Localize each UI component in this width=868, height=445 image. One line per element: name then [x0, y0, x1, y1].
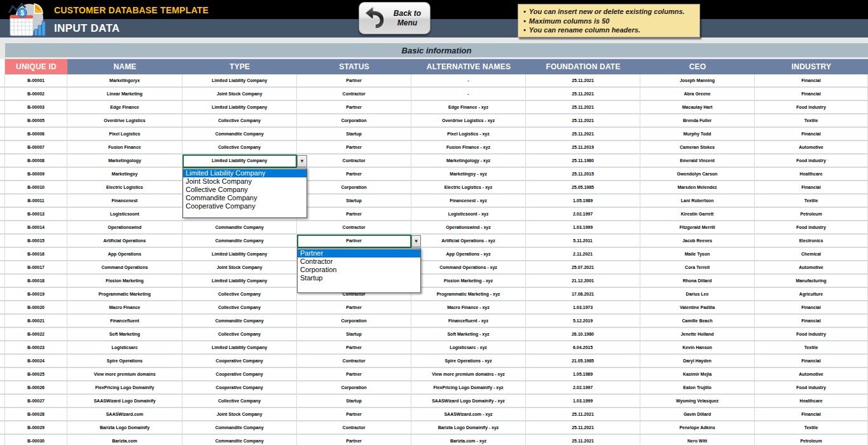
- cell-foundation_date[interactable]: 6.04.2015: [526, 341, 640, 355]
- cell-type[interactable]: Collective Company: [183, 141, 297, 154]
- cell-alternative_names[interactable]: Marketingology - xyz: [411, 154, 526, 168]
- cell-status[interactable]: Partner: [297, 341, 411, 355]
- cell-name[interactable]: Barizta.com: [67, 435, 183, 445]
- cell-foundation_date[interactable]: 25.11.2015: [526, 168, 640, 181]
- cell-foundation_date[interactable]: 25.07.2021: [526, 261, 640, 275]
- cell-status[interactable]: Corporation: [297, 315, 411, 328]
- cell-alternative_names[interactable]: Marketingsy - xyz: [411, 168, 526, 181]
- cell-foundation_date[interactable]: 2.02.1997: [526, 208, 640, 221]
- cell-status[interactable]: Partner: [297, 368, 411, 381]
- cell-alternative_names[interactable]: Electric Logistics - xyz: [411, 181, 526, 195]
- cell-status[interactable]: Partner: [297, 208, 411, 221]
- type-dropdown-arrow-button[interactable]: ▼: [297, 155, 307, 167]
- cell-ceo[interactable]: Daryl Hayden: [640, 355, 755, 368]
- cell-unique_id[interactable]: B-00030: [5, 435, 67, 445]
- cell-status[interactable]: Partner: [297, 408, 411, 421]
- cell-ceo[interactable]: Emerald Vincent: [640, 154, 755, 168]
- cell-name[interactable]: Logisticsarc: [67, 341, 183, 355]
- cell-alternative_names[interactable]: Logisticsarc - xyz: [411, 341, 526, 355]
- cell-status[interactable]: Contractor: [297, 88, 411, 101]
- cell-name[interactable]: Fission Marketing: [67, 275, 183, 288]
- cell-alternative_names[interactable]: Operationswind - xyz: [411, 221, 526, 235]
- cell-alternative_names[interactable]: Artificial Operations - xyz: [411, 235, 526, 248]
- cell-foundation_date[interactable]: 21.12.2001: [526, 275, 640, 288]
- cell-ceo[interactable]: Gwendolyn Carson: [640, 168, 755, 181]
- cell-foundation_date[interactable]: 21.05.1985: [526, 355, 640, 368]
- cell-type[interactable]: Collective Company: [183, 288, 297, 301]
- cell-industry[interactable]: Petroleum: [755, 435, 868, 445]
- cell-alternative_names[interactable]: Macro Finance - xyz: [411, 301, 526, 315]
- cell-foundation_date[interactable]: 25.11.2021: [526, 421, 640, 435]
- cell-unique_id[interactable]: B-00001: [5, 74, 67, 88]
- cell-type[interactable]: Limited Liability Company: [183, 154, 297, 168]
- cell-foundation_date[interactable]: 5.11.2011: [526, 235, 640, 248]
- cell-foundation_date[interactable]: 26.10.1980: [526, 328, 640, 341]
- cell-type[interactable]: Commandite Company: [183, 421, 297, 435]
- cell-status[interactable]: Startup: [297, 395, 411, 408]
- cell-ceo[interactable]: Kevin Hanson: [640, 341, 755, 355]
- cell-foundation_date[interactable]: 25.11.2021: [526, 128, 640, 141]
- cell-unique_id[interactable]: B-00023: [5, 341, 67, 355]
- cell-ceo[interactable]: Rhona Dillard: [640, 275, 755, 288]
- cell-industry[interactable]: Food industry: [755, 381, 868, 395]
- cell-status[interactable]: Partner: [297, 435, 411, 445]
- cell-alternative_names[interactable]: Financenest - xyz: [411, 195, 526, 208]
- cell-industry[interactable]: Textile: [755, 421, 868, 435]
- type-dropdown-option[interactable]: Limited Liability Company: [183, 169, 307, 177]
- cell-name[interactable]: Spire Operations: [67, 355, 183, 368]
- cell-unique_id[interactable]: B-00005: [5, 114, 67, 128]
- cell-status[interactable]: Partner: [297, 141, 411, 154]
- cell-foundation_date[interactable]: 25.11.1980: [526, 154, 640, 168]
- cell-unique_id[interactable]: B-00009: [5, 168, 67, 181]
- cell-status[interactable]: Contractor: [297, 154, 411, 168]
- cell-alternative_names[interactable]: Pixel Logistics - xyz: [411, 128, 526, 141]
- cell-alternative_names[interactable]: Spire Operations - xyz: [411, 355, 526, 368]
- cell-foundation_date[interactable]: 17.08.2021: [526, 288, 640, 301]
- cell-type[interactable]: Commandite Company: [183, 235, 297, 248]
- cell-industry[interactable]: Healthcare: [755, 168, 868, 181]
- cell-status[interactable]: Startup: [297, 195, 411, 208]
- type-dropdown-option[interactable]: Cooperative Company: [183, 202, 307, 210]
- cell-ceo[interactable]: Brenda Fuller: [640, 114, 755, 128]
- cell-alternative_names[interactable]: Overdrive Logistics - xyz: [411, 114, 526, 128]
- cell-industry[interactable]: Electronics: [755, 235, 868, 248]
- cell-name[interactable]: Programmatic Marketing: [67, 288, 183, 301]
- cell-industry[interactable]: Food industry: [755, 328, 868, 341]
- cell-unique_id[interactable]: B-00021: [5, 315, 67, 328]
- cell-unique_id[interactable]: B-00018: [5, 275, 67, 288]
- cell-alternative_names[interactable]: FlexPricing Logo Domainify - xyz: [411, 381, 526, 395]
- cell-alternative_names[interactable]: -: [411, 74, 526, 88]
- cell-foundation_date[interactable]: 1.05.1989: [526, 368, 640, 381]
- cell-name[interactable]: Marketingsy: [67, 168, 183, 181]
- column-header-type[interactable]: TYPE: [183, 59, 297, 74]
- cell-foundation_date[interactable]: 5.12.2019: [526, 315, 640, 328]
- cell-name[interactable]: SAASWizard Logo Domainify: [67, 395, 183, 408]
- cell-ceo[interactable]: Jacob Reeves: [640, 235, 755, 248]
- cell-type[interactable]: Limited Liability Company: [183, 101, 297, 114]
- cell-status[interactable]: Contractor: [297, 355, 411, 368]
- cell-name[interactable]: Macro Finance: [67, 301, 183, 315]
- cell-industry[interactable]: Automotive: [755, 141, 868, 154]
- cell-alternative_names[interactable]: Fusion Finance - xyz: [411, 141, 526, 154]
- cell-unique_id[interactable]: B-00027: [5, 395, 67, 408]
- cell-status[interactable]: Partner: [297, 235, 411, 248]
- cell-industry[interactable]: Chemical: [755, 248, 868, 261]
- cell-industry[interactable]: Automotive: [755, 368, 868, 381]
- cell-ceo[interactable]: Fitzgerald Merrill: [640, 221, 755, 235]
- column-header-alternative_names[interactable]: ALTERNATIVE NAMES: [411, 59, 526, 74]
- cell-unique_id[interactable]: B-00020: [5, 301, 67, 315]
- cell-industry[interactable]: Textile: [755, 341, 868, 355]
- cell-alternative_names[interactable]: Command Operations - xyz: [411, 261, 526, 275]
- cell-ceo[interactable]: Camille Beach: [640, 315, 755, 328]
- back-to-menu-button[interactable]: Back to Menu: [359, 2, 431, 34]
- cell-unique_id[interactable]: B-00026: [5, 381, 67, 395]
- cell-foundation_date[interactable]: 1.03.1999: [526, 221, 640, 235]
- cell-alternative_names[interactable]: Barizta Logo Domainify - xyz: [411, 421, 526, 435]
- cell-type[interactable]: Joint Stock Company: [183, 261, 297, 275]
- cell-type[interactable]: Collective Company: [183, 114, 297, 128]
- cell-status[interactable]: Corporation: [297, 114, 411, 128]
- cell-ceo[interactable]: Lani Robertson: [640, 195, 755, 208]
- cell-status[interactable]: Partner: [297, 168, 411, 181]
- cell-type[interactable]: Cooperative Company: [183, 368, 297, 381]
- type-dropdown-option[interactable]: Collective Company: [183, 186, 307, 194]
